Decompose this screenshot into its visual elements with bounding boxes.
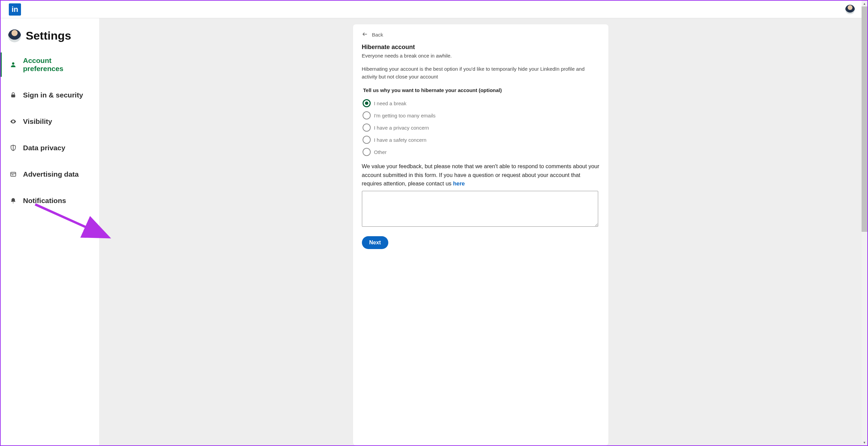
- feedback-note: We value your feedback, but please note …: [362, 162, 600, 188]
- radio-icon: [363, 99, 371, 107]
- feedback-textarea[interactable]: [362, 191, 598, 227]
- svg-rect-1: [11, 94, 15, 97]
- sidebar-item-label: Data privacy: [23, 144, 65, 152]
- svg-rect-3: [11, 172, 16, 176]
- card-subline: Everyone needs a break once in awhile.: [362, 53, 600, 59]
- scroll-up-icon[interactable]: ▲: [862, 1, 867, 6]
- contact-link[interactable]: here: [453, 180, 465, 186]
- linkedin-logo-text: in: [12, 5, 18, 14]
- radio-icon: [363, 111, 371, 119]
- option-too-many-emails[interactable]: I'm getting too many emails: [363, 111, 600, 119]
- back-label: Back: [372, 32, 383, 38]
- settings-title-row: Settings: [1, 26, 99, 52]
- lock-icon: [9, 91, 17, 99]
- option-privacy-concern[interactable]: I have a privacy concern: [363, 124, 600, 132]
- card-heading: Hibernate account: [362, 44, 600, 51]
- reason-options: I need a break I'm getting too many emai…: [363, 99, 600, 156]
- sidebar-item-visibility[interactable]: Visibility: [1, 113, 99, 130]
- radio-icon: [363, 136, 371, 144]
- option-label: Other: [374, 149, 387, 155]
- sidebar-item-data-privacy[interactable]: Data privacy: [1, 139, 99, 157]
- vertical-scrollbar[interactable]: ▲ ▼: [862, 1, 867, 445]
- option-label: I'm getting too many emails: [374, 113, 436, 118]
- sidebar-item-label: Notifications: [23, 197, 66, 205]
- option-label: I have a safety concern: [374, 137, 427, 143]
- option-safety-concern[interactable]: I have a safety concern: [363, 136, 600, 144]
- scroll-down-icon[interactable]: ▼: [862, 440, 867, 445]
- scroll-track[interactable]: [862, 6, 867, 440]
- next-button[interactable]: Next: [362, 236, 389, 249]
- option-need-a-break[interactable]: I need a break: [363, 99, 600, 107]
- sidebar-item-advertising-data[interactable]: Advertising data: [1, 165, 99, 183]
- hibernate-card: Back Hibernate account Everyone needs a …: [353, 24, 608, 445]
- avatar[interactable]: [8, 29, 21, 42]
- settings-sidebar: Settings Account preferences Sign in & s…: [1, 18, 100, 445]
- radio-icon: [363, 124, 371, 132]
- linkedin-logo[interactable]: in: [9, 3, 21, 16]
- shield-icon: [9, 144, 17, 152]
- ad-icon: [9, 171, 17, 178]
- sidebar-item-label: Visibility: [23, 117, 52, 126]
- person-icon: [9, 61, 17, 68]
- sidebar-item-label: Advertising data: [23, 170, 79, 178]
- back-button[interactable]: Back: [362, 31, 600, 38]
- avatar[interactable]: [845, 5, 855, 14]
- scroll-thumb[interactable]: [862, 6, 867, 232]
- sidebar-item-account-preferences[interactable]: Account preferences: [1, 52, 99, 77]
- option-label: I have a privacy concern: [374, 125, 429, 131]
- radio-icon: [363, 148, 371, 156]
- sidebar-item-label: Account preferences: [23, 57, 92, 73]
- card-description: Hibernating your account is the best opt…: [362, 65, 600, 81]
- reason-prompt: Tell us why you want to hibernate your a…: [363, 87, 600, 93]
- svg-point-0: [12, 62, 15, 65]
- feedback-text: We value your feedback, but please note …: [362, 163, 600, 186]
- main-area: Back Hibernate account Everyone needs a …: [100, 18, 862, 445]
- eye-icon: [9, 118, 17, 125]
- bell-icon: [9, 197, 17, 204]
- option-other[interactable]: Other: [363, 148, 600, 156]
- sidebar-item-label: Sign in & security: [23, 91, 83, 99]
- option-label: I need a break: [374, 101, 407, 106]
- top-header: in: [1, 1, 862, 18]
- page-title: Settings: [26, 29, 71, 42]
- svg-point-2: [13, 121, 14, 122]
- sidebar-item-sign-in-security[interactable]: Sign in & security: [1, 86, 99, 104]
- sidebar-item-notifications[interactable]: Notifications: [1, 192, 99, 209]
- arrow-left-icon: [362, 31, 368, 38]
